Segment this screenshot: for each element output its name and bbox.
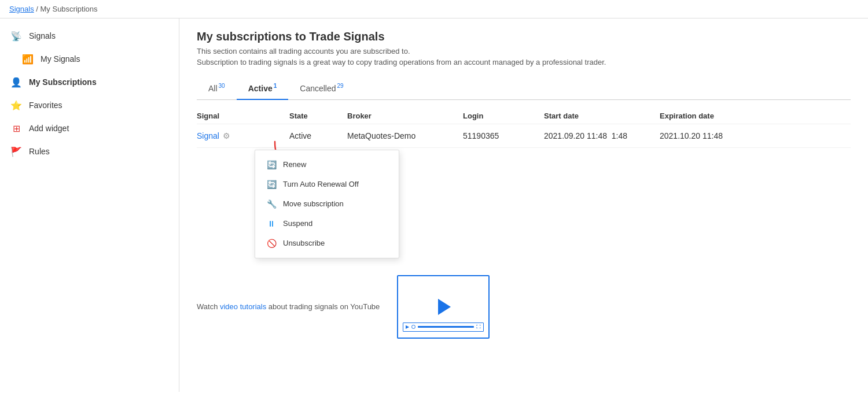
col-expdate: 2021.10.20 11:48 (660, 131, 775, 140)
sidebar-label-favorites: Favorites (29, 101, 62, 110)
favorites-icon: ⭐ (9, 98, 23, 112)
breadcrumb-link[interactable]: Signals (9, 5, 34, 13)
sidebar-item-rules[interactable]: 🚩 Rules (0, 140, 179, 163)
tab-cancelled-label: Cancelled (300, 84, 336, 93)
add-widget-icon: ⊞ (9, 121, 23, 135)
col-signal: Signal ⚙ (197, 131, 289, 140)
breadcrumb: Signals / My Subscriptions (0, 0, 868, 18)
video-progress-bar: ▶ ⛶ (403, 322, 484, 332)
sidebar: 📡 Signals 📶 My Signals 👤 My Subscription… (0, 18, 179, 392)
breadcrumb-current: My Subscriptions (41, 5, 98, 13)
menu-item-turn-auto-renewal[interactable]: 🔄 Turn Auto Renewal Off (255, 175, 399, 194)
breadcrumb-separator: / (36, 5, 38, 13)
move-icon: 🔧 (267, 199, 276, 209)
tab-active[interactable]: Active1 (237, 78, 289, 100)
bottom-text-post: about trading signals on YouTube (266, 302, 380, 311)
vbar-play-icon: ▶ (406, 324, 409, 329)
tab-all[interactable]: All30 (197, 78, 237, 100)
menu-label-turn-auto-renewal: Turn Auto Renewal Off (283, 180, 359, 188)
dropdown-menu: 🔄 Renew 🔄 Turn Auto Renewal Off 🔧 Move s… (255, 150, 399, 258)
tab-all-badge: 30 (219, 83, 225, 89)
vbar-scrubber (411, 325, 415, 329)
col-broker: MetaQuotes-Demo (347, 131, 463, 140)
unsubscribe-icon: 🚫 (267, 239, 276, 248)
col-header-broker: Broker (347, 112, 463, 120)
col-header-signal: Signal (197, 112, 289, 120)
video-play-button[interactable] (432, 295, 455, 318)
gear-icon[interactable]: ⚙ (223, 131, 230, 140)
menu-label-suspend: Suspend (283, 219, 312, 228)
menu-label-move-subscription: Move subscription (283, 199, 344, 208)
auto-renewal-icon: 🔄 (267, 180, 276, 189)
sidebar-item-add-widget[interactable]: ⊞ Add widget (0, 117, 179, 140)
signal-link[interactable]: Signal (197, 131, 219, 140)
rules-icon: 🚩 (9, 144, 23, 158)
col-header-startdate: Start date (544, 112, 660, 120)
main-content: My subscriptions to Trade Signals This s… (179, 18, 868, 392)
col-login: 51190365 (463, 131, 544, 140)
col-state: Active (289, 131, 347, 140)
sidebar-item-signals[interactable]: 📡 Signals (0, 24, 179, 47)
sidebar-item-my-signals[interactable]: 📶 My Signals (0, 47, 179, 71)
table-header: Signal State Broker Login Start date Exp… (197, 106, 851, 124)
tab-active-badge: 1 (274, 83, 277, 89)
sidebar-label-signals: Signals (29, 31, 56, 40)
menu-label-unsubscribe: Unsubscribe (283, 239, 325, 247)
col-header-state: State (289, 112, 347, 120)
menu-item-suspend[interactable]: ⏸ Suspend (255, 214, 399, 233)
vbar-expand-icon: ⛶ (476, 324, 481, 329)
suspend-icon: ⏸ (267, 219, 276, 228)
tab-active-label: Active (248, 84, 273, 93)
bottom-section: Watch video tutorials about trading sign… (197, 275, 851, 339)
table-row: Signal ⚙ Active MetaQuotes-Demo 51190365… (197, 124, 851, 148)
tabs: All30 Active1 Cancelled29 (197, 78, 851, 100)
menu-label-renew: Renew (283, 160, 306, 169)
sidebar-label-add-widget: Add widget (29, 124, 69, 133)
video-tutorials-link[interactable]: video tutorials (220, 302, 266, 311)
bottom-text: Watch video tutorials about trading sign… (197, 302, 380, 311)
layout: 📡 Signals 📶 My Signals 👤 My Subscription… (0, 18, 868, 392)
bottom-text-pre: Watch (197, 302, 220, 311)
play-triangle-icon (438, 299, 451, 315)
col-startdate: 2021.09.20 11:48 1:48 (544, 131, 660, 140)
sidebar-label-rules: Rules (29, 147, 50, 156)
col-header-expdate: Expiration date (660, 112, 775, 120)
vbar-progress (418, 326, 474, 328)
sidebar-item-my-subscriptions[interactable]: 👤 My Subscriptions (0, 71, 179, 94)
video-thumbnail[interactable]: ▶ ⛶ (397, 275, 490, 339)
page-desc1: This section contains all trading accoun… (197, 47, 851, 55)
menu-item-unsubscribe[interactable]: 🚫 Unsubscribe (255, 233, 399, 253)
tab-cancelled-badge: 29 (337, 83, 344, 89)
signals-icon: 📡 (9, 29, 23, 43)
my-signals-icon: 📶 (21, 52, 35, 66)
tab-cancelled[interactable]: Cancelled29 (288, 78, 355, 100)
sidebar-label-my-signals: My Signals (41, 54, 80, 64)
page-desc2: Subscription to trading signals is a gre… (197, 58, 851, 66)
page-title: My subscriptions to Trade Signals (197, 30, 851, 43)
menu-item-move-subscription[interactable]: 🔧 Move subscription (255, 194, 399, 214)
my-subscriptions-icon: 👤 (9, 75, 23, 89)
sidebar-label-my-subscriptions: My Subscriptions (29, 77, 97, 87)
tab-all-label: All (208, 84, 218, 93)
renew-icon: 🔄 (267, 160, 276, 169)
sidebar-item-favorites[interactable]: ⭐ Favorites (0, 94, 179, 117)
menu-item-renew[interactable]: 🔄 Renew (255, 155, 399, 175)
col-header-login: Login (463, 112, 544, 120)
